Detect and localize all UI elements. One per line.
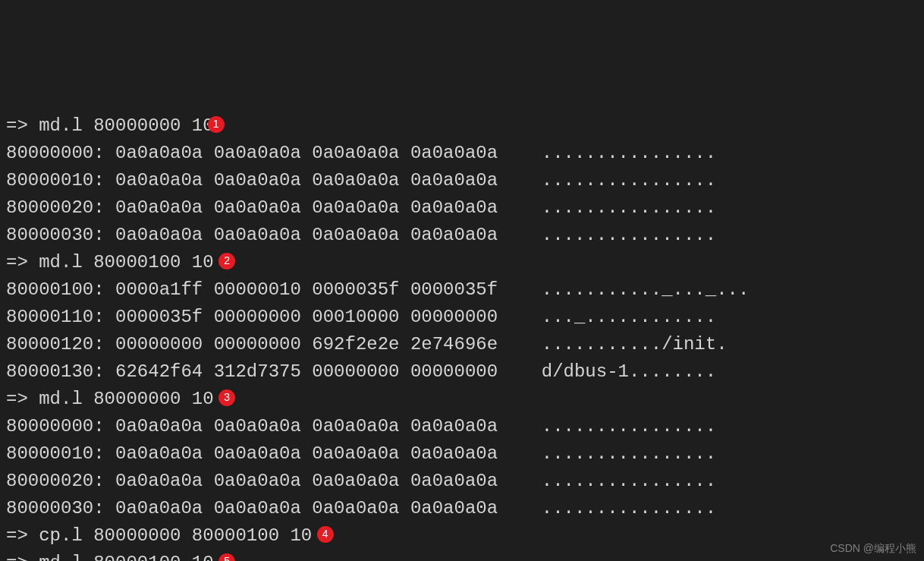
command-prompt-line: => md.l 80000000 10 3 — [6, 386, 918, 413]
hex-ascii: ................ — [542, 416, 716, 437]
hexdump-line: 80000000: 0a0a0a0a 0a0a0a0a 0a0a0a0a 0a0… — [6, 140, 918, 167]
hex-values: 0a0a0a0a 0a0a0a0a 0a0a0a0a 0a0a0a0a — [115, 416, 498, 437]
hexdump-line: 80000020: 0a0a0a0a 0a0a0a0a 0a0a0a0a 0a0… — [6, 194, 918, 222]
hex-address: 80000020: — [6, 471, 105, 491]
annotation-badge: 3 — [218, 389, 235, 406]
hex-address: 80000100: — [6, 279, 105, 300]
command-text: => md.l 80000100 10 — [6, 553, 225, 561]
hexdump-line: 80000030: 0a0a0a0a 0a0a0a0a 0a0a0a0a 0a0… — [6, 495, 918, 522]
hex-values: 0a0a0a0a 0a0a0a0a 0a0a0a0a 0a0a0a0a — [115, 143, 498, 163]
hexdump-line: 80000120: 00000000 00000000 692f2e2e 2e7… — [6, 331, 918, 358]
command-prompt-line: => md.l 80000100 10 5 — [6, 550, 918, 561]
hex-values: 0a0a0a0a 0a0a0a0a 0a0a0a0a 0a0a0a0a — [115, 170, 498, 191]
hex-address: 80000110: — [6, 307, 105, 327]
hex-ascii: ................ — [542, 225, 716, 245]
hex-address: 80000020: — [6, 197, 105, 218]
hex-ascii: d/dbus-1........ — [542, 361, 716, 382]
command-text: => md.l 80000000 10 — [6, 389, 225, 409]
hex-ascii: .........../init. — [542, 334, 728, 355]
hex-values: 0000035f 00000000 00010000 00000000 — [115, 307, 498, 327]
hex-address: 80000000: — [6, 143, 105, 163]
hex-address: 80000130: — [6, 361, 105, 382]
hexdump-line: 80000000: 0a0a0a0a 0a0a0a0a 0a0a0a0a 0a0… — [6, 413, 918, 440]
command-text: => md.l 80000100 10 — [6, 252, 225, 273]
hex-address: 80000010: — [6, 170, 105, 191]
hex-ascii: ................ — [542, 471, 716, 491]
hexdump-line: 80000020: 0a0a0a0a 0a0a0a0a 0a0a0a0a 0a0… — [6, 468, 918, 495]
hex-address: 80000030: — [6, 498, 105, 518]
command-text: => md.l 80000000 10 — [6, 115, 214, 136]
hex-values: 0000a1ff 00000010 0000035f 0000035f — [115, 279, 498, 300]
hex-ascii: ................ — [542, 143, 716, 163]
hex-ascii: ..........._..._... — [542, 279, 750, 300]
terminal-output: => md.l 80000000 10180000000: 0a0a0a0a 0… — [6, 112, 918, 561]
watermark: CSDN @编程小熊 — [830, 541, 916, 556]
hex-ascii: ..._............ — [542, 307, 716, 327]
hex-address: 80000000: — [6, 416, 105, 437]
hex-values: 0a0a0a0a 0a0a0a0a 0a0a0a0a 0a0a0a0a — [115, 471, 498, 491]
annotation-badge: 1 — [208, 116, 225, 133]
command-prompt-line: => md.l 80000100 10 2 — [6, 249, 918, 276]
hex-ascii: ................ — [542, 498, 716, 518]
annotation-badge: 4 — [317, 526, 334, 543]
hex-ascii: ................ — [542, 443, 716, 464]
hexdump-line: 80000110: 0000035f 00000000 00010000 000… — [6, 304, 918, 331]
hex-ascii: ................ — [542, 197, 716, 218]
hex-values: 00000000 00000000 692f2e2e 2e74696e — [115, 334, 498, 355]
command-prompt-line: => md.l 80000000 101 — [6, 112, 918, 140]
hex-address: 80000030: — [6, 225, 105, 245]
hexdump-line: 80000130: 62642f64 312d7375 00000000 000… — [6, 358, 918, 386]
hex-ascii: ................ — [542, 170, 716, 191]
hex-values: 0a0a0a0a 0a0a0a0a 0a0a0a0a 0a0a0a0a — [115, 197, 498, 218]
command-prompt-line: => cp.l 80000000 80000100 10 4 — [6, 522, 918, 550]
hex-values: 0a0a0a0a 0a0a0a0a 0a0a0a0a 0a0a0a0a — [115, 498, 498, 518]
hexdump-line: 80000030: 0a0a0a0a 0a0a0a0a 0a0a0a0a 0a0… — [6, 222, 918, 249]
hex-values: 0a0a0a0a 0a0a0a0a 0a0a0a0a 0a0a0a0a — [115, 225, 498, 245]
hex-values: 62642f64 312d7375 00000000 00000000 — [115, 361, 498, 382]
hexdump-line: 80000010: 0a0a0a0a 0a0a0a0a 0a0a0a0a 0a0… — [6, 440, 918, 468]
command-text: => cp.l 80000000 80000100 10 — [6, 525, 323, 546]
annotation-badge: 2 — [218, 253, 235, 269]
hex-values: 0a0a0a0a 0a0a0a0a 0a0a0a0a 0a0a0a0a — [115, 443, 498, 464]
hexdump-line: 80000010: 0a0a0a0a 0a0a0a0a 0a0a0a0a 0a0… — [6, 167, 918, 194]
hex-address: 80000120: — [6, 334, 105, 355]
hexdump-line: 80000100: 0000a1ff 00000010 0000035f 000… — [6, 276, 918, 304]
hex-address: 80000010: — [6, 443, 105, 464]
